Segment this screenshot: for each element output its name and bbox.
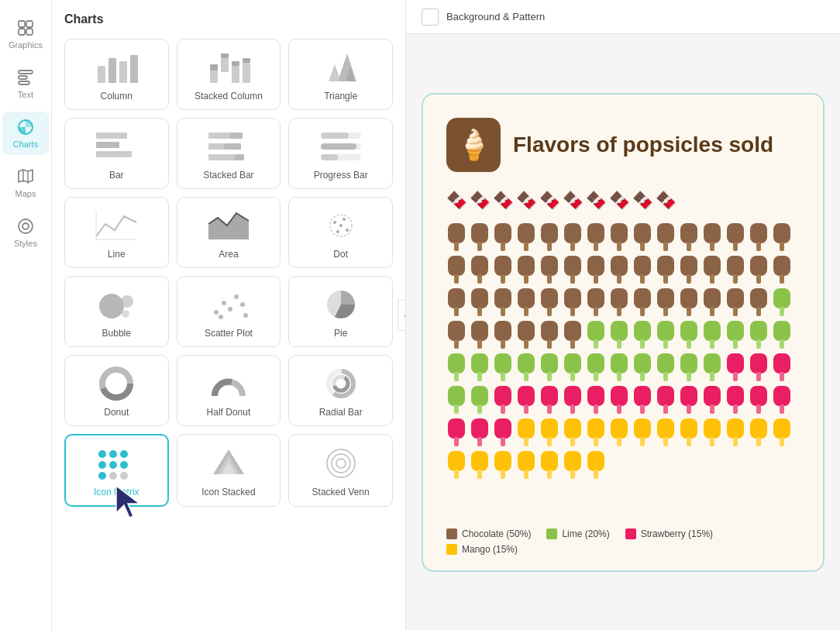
legend-item-lime: Lime (20%) — [546, 528, 609, 539]
chart-item-icon-matrix[interactable]: Icon Matrix — [64, 434, 169, 507]
bubble-label: Bubble — [102, 328, 131, 339]
svg-rect-30 — [208, 133, 230, 139]
stacked-venn-label: Stacked Venn — [312, 487, 370, 497]
svg-rect-33 — [224, 143, 241, 150]
chart-item-triangle[interactable]: Triangle — [288, 39, 393, 110]
popsicle-big-icon: 🍦 — [446, 118, 501, 172]
svg-rect-21 — [232, 61, 239, 66]
svg-point-56 — [228, 307, 232, 312]
dot-label: Dot — [333, 249, 348, 260]
stacked-bar-label: Stacked Bar — [203, 170, 253, 181]
stacked-bar-icon — [205, 128, 252, 165]
legend-dot-strawberry — [625, 528, 636, 539]
svg-rect-12 — [98, 66, 105, 83]
sidebar-item-charts[interactable]: Charts — [2, 112, 49, 155]
svg-rect-14 — [119, 61, 127, 83]
radial-bar-icon — [318, 365, 364, 402]
svg-point-49 — [343, 218, 346, 221]
svg-point-83 — [336, 459, 346, 468]
svg-point-53 — [122, 310, 129, 318]
icon-matrix-icon — [93, 445, 139, 482]
chart-item-progress-bar[interactable]: Progress Bar — [288, 118, 393, 189]
sidebar-item-graphics[interactable]: Graphics — [2, 12, 49, 56]
area-label: Area — [219, 249, 238, 260]
charts-panel-title: Charts — [64, 12, 393, 26]
stacked-column-label: Stacked Column — [195, 91, 263, 102]
text-icon — [16, 68, 35, 87]
infographic-card: 🍦 Flavors of popsicles sold 🍫 🍫 🍫 🍫 🍫 🍫 … — [422, 93, 825, 572]
popsicle-icon-grid: 🍫 🍫 🍫 🍫 🍫 🍫 🍫 🍫 🍫 🍫 — [446, 191, 800, 211]
bg-pattern-label: Background & Pattern — [446, 11, 545, 22]
chart-item-bubble[interactable]: Bubble — [64, 276, 169, 347]
radial-bar-label: Radial Bar — [319, 407, 363, 418]
legend-label-chocolate: Chocolate (50%) — [462, 528, 531, 539]
chart-item-stacked-venn[interactable]: Stacked Venn — [288, 434, 393, 507]
chart-item-column[interactable]: Column — [64, 39, 169, 110]
chart-item-stacked-column[interactable]: Stacked Column — [177, 39, 281, 110]
chart-item-area[interactable]: Area — [177, 197, 281, 268]
chart-item-bar[interactable]: Bar — [64, 118, 169, 189]
bubble-icon — [93, 286, 139, 323]
sidebar-item-styles-label: Styles — [14, 239, 37, 248]
progress-bar-label: Progress Bar — [314, 170, 368, 181]
chart-item-dot[interactable]: Dot — [288, 197, 393, 268]
svg-rect-13 — [108, 58, 116, 83]
svg-rect-0 — [19, 21, 25, 27]
chart-item-donut[interactable]: Donut — [64, 355, 169, 426]
chart-item-half-donut[interactable]: Half Donut — [177, 355, 281, 426]
chart-item-scatter-plot[interactable]: Scatter Plot — [177, 276, 281, 347]
svg-rect-19 — [221, 53, 229, 58]
svg-point-70 — [120, 450, 128, 458]
svg-point-47 — [333, 221, 336, 224]
icon-stacked-icon — [205, 445, 252, 482]
sidebar-item-charts-label: Charts — [13, 139, 38, 149]
svg-point-52 — [121, 295, 133, 308]
card-header: 🍦 Flavors of popsicles sold — [446, 118, 800, 172]
svg-point-69 — [109, 450, 117, 458]
bg-pattern-box — [422, 9, 439, 26]
legend-item-mango: Mango (15%) — [446, 544, 518, 555]
svg-rect-20 — [232, 66, 239, 83]
column-label: Column — [101, 91, 133, 102]
svg-rect-22 — [243, 63, 250, 83]
chart-item-radial-bar[interactable]: Radial Bar — [288, 355, 393, 426]
svg-point-72 — [109, 461, 117, 469]
pie-label: Pie — [334, 328, 347, 339]
collapse-panel-button[interactable]: ◀ — [398, 300, 406, 331]
chart-item-icon-stacked[interactable]: Icon Stacked — [177, 434, 281, 507]
legend: Chocolate (50%) Lime (20%) Strawberry (1… — [446, 528, 800, 555]
svg-rect-32 — [208, 143, 224, 150]
icon-matrix-label: Icon Matrix — [94, 487, 139, 497]
svg-rect-27 — [96, 133, 127, 139]
legend-label-strawberry: Strawberry (15%) — [641, 528, 713, 539]
scatter-plot-label: Scatter Plot — [205, 328, 253, 339]
svg-rect-41 — [321, 154, 338, 160]
sidebar: Graphics Text Charts — [0, 0, 52, 630]
styles-icon — [16, 217, 35, 236]
charts-panel: Charts Column — [52, 0, 406, 630]
charts-icon — [16, 118, 35, 136]
sidebar-item-text[interactable]: Text — [2, 62, 49, 105]
line-icon — [93, 207, 139, 244]
sidebar-item-maps[interactable]: Maps — [2, 161, 49, 205]
triangle-label: Triangle — [324, 91, 357, 102]
chart-item-stacked-bar[interactable]: Stacked Bar — [177, 118, 281, 189]
sidebar-item-styles[interactable]: Styles — [2, 211, 49, 254]
svg-point-50 — [336, 230, 339, 233]
sidebar-item-text-label: Text — [18, 90, 33, 99]
sidebar-item-graphics-label: Graphics — [9, 40, 43, 50]
stacked-column-icon — [205, 49, 252, 86]
preview-topbar: Background & Pattern — [406, 0, 840, 34]
svg-point-48 — [346, 229, 349, 232]
svg-rect-18 — [221, 58, 229, 72]
legend-dot-lime — [546, 528, 557, 539]
progress-bar-icon — [318, 128, 364, 165]
svg-point-82 — [332, 454, 350, 473]
half-donut-label: Half Donut — [207, 407, 251, 418]
chart-item-pie[interactable]: Pie — [288, 276, 393, 347]
bar-icon — [93, 128, 139, 165]
legend-dot-chocolate — [446, 528, 457, 539]
triangle-icon — [318, 49, 364, 86]
chart-item-line[interactable]: Line — [64, 197, 169, 268]
svg-rect-29 — [96, 151, 132, 157]
